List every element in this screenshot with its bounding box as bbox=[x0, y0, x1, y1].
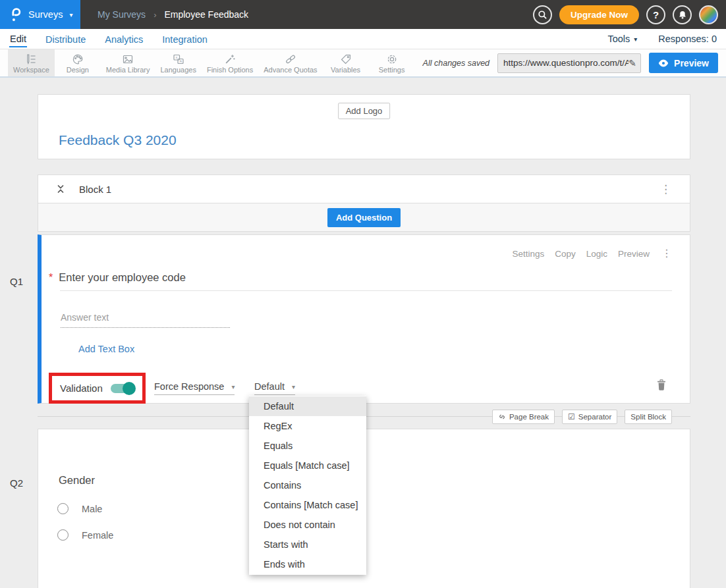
radio-option-female[interactable]: Female bbox=[57, 529, 113, 541]
tab-edit[interactable]: Edit bbox=[9, 30, 27, 47]
breadcrumb-my-surveys[interactable]: My Surveys bbox=[98, 9, 146, 20]
radio-option-male-label: Male bbox=[82, 504, 102, 514]
survey-title[interactable]: Feedback Q3 2020 bbox=[59, 132, 177, 148]
tab-integration[interactable]: Integration bbox=[161, 31, 208, 47]
menu-item-equals[interactable]: Equals bbox=[249, 436, 366, 456]
menu-item-regex[interactable]: RegEx bbox=[249, 416, 366, 436]
page-break-button[interactable]: Page Break bbox=[492, 410, 555, 424]
q1-card: Settings Copy Logic Preview ⋮ * Enter yo… bbox=[38, 234, 690, 404]
block-header: Block 1 ⋮ bbox=[38, 174, 690, 203]
validation-type-dropdown[interactable]: Default ▾ bbox=[254, 381, 295, 395]
toolbar-workspace[interactable]: Workspace bbox=[8, 49, 55, 76]
editor-toolbar: Workspace Design Media Library xA Langua… bbox=[0, 49, 726, 78]
checkbox-icon: ☑ bbox=[568, 412, 575, 421]
toolbar-languages[interactable]: xA Languages bbox=[155, 49, 201, 76]
split-block-button[interactable]: Split Block bbox=[625, 410, 672, 424]
notifications-button[interactable] bbox=[673, 5, 692, 24]
q1-question-text[interactable]: Enter your employee code bbox=[59, 271, 186, 284]
toolbar-variables[interactable]: Variables bbox=[323, 49, 369, 76]
menu-item-ends-with[interactable]: Ends with bbox=[249, 554, 366, 574]
toolbar-media-library-label: Media Library bbox=[106, 66, 150, 74]
nav-right: Tools ▾ Responses: 0 bbox=[607, 34, 717, 44]
toolbar-finish-options[interactable]: Finish Options bbox=[202, 49, 258, 76]
chevron-down-icon: ▾ bbox=[69, 11, 72, 18]
survey-canvas: Q1 Q2 Add Logo Feedback Q3 2020 Block 1 … bbox=[0, 78, 726, 587]
workspace-icon bbox=[25, 53, 37, 65]
answer-text-field[interactable]: Answer text bbox=[61, 312, 230, 328]
settings-link[interactable]: Settings bbox=[512, 249, 544, 259]
toolbar-advance-quotas[interactable]: Advance Quotas bbox=[258, 49, 322, 76]
q2-question-text[interactable]: Gender bbox=[59, 474, 95, 487]
breadcrumb: My Surveys › Employee Feedback bbox=[98, 9, 248, 20]
search-button[interactable] bbox=[533, 5, 552, 24]
translate-icon: xA bbox=[173, 53, 184, 65]
validation-label: Validation bbox=[60, 383, 103, 394]
menu-item-default[interactable]: Default bbox=[249, 396, 366, 416]
separator-button[interactable]: ☑ Separator bbox=[562, 410, 617, 424]
tab-analytics[interactable]: Analytics bbox=[104, 31, 144, 47]
toolbar-design[interactable]: Design bbox=[55, 49, 101, 76]
collapse-block-icon[interactable] bbox=[56, 184, 65, 194]
q1-question-row: * Enter your employee code bbox=[49, 271, 186, 284]
upgrade-button[interactable]: Upgrade Now bbox=[559, 5, 639, 24]
tab-distribute[interactable]: Distribute bbox=[45, 31, 86, 47]
questionpro-logo-icon bbox=[9, 7, 22, 22]
questionpro-survey-editor: Surveys ▾ My Surveys › Employee Feedback… bbox=[0, 0, 726, 588]
copy-link[interactable]: Copy bbox=[555, 249, 576, 259]
product-switcher[interactable]: Surveys ▾ bbox=[0, 0, 80, 29]
menu-item-equals-match-case[interactable]: Equals [Match case] bbox=[249, 456, 366, 475]
broken-link-icon bbox=[498, 413, 506, 421]
palette-icon bbox=[72, 53, 84, 65]
block-menu-icon[interactable]: ⋮ bbox=[660, 184, 671, 195]
toggle-knob bbox=[123, 382, 136, 395]
toolbar-variables-label: Variables bbox=[331, 66, 360, 74]
survey-title-card: Add Logo Feedback Q3 2020 bbox=[38, 94, 690, 159]
preview-link[interactable]: Preview bbox=[618, 249, 650, 259]
logic-link[interactable]: Logic bbox=[586, 249, 607, 259]
chain-link-icon bbox=[285, 53, 296, 65]
toolbar-media-library[interactable]: Media Library bbox=[101, 49, 155, 76]
svg-text:A: A bbox=[179, 59, 182, 63]
menu-item-contains-match-case[interactable]: Contains [Match case] bbox=[249, 495, 366, 515]
toolbar-settings[interactable]: Settings bbox=[369, 49, 415, 76]
separator-label: Separator bbox=[578, 413, 612, 421]
add-logo-button[interactable]: Add Logo bbox=[338, 103, 391, 119]
responses-count[interactable]: Responses: 0 bbox=[658, 34, 717, 44]
add-question-button[interactable]: Add Question bbox=[327, 208, 401, 227]
add-question-row: Add Question bbox=[38, 203, 690, 232]
block-title[interactable]: Block 1 bbox=[79, 184, 111, 195]
page-break-label: Page Break bbox=[509, 413, 549, 421]
edit-url-icon[interactable]: ✎ bbox=[628, 58, 636, 68]
chevron-down-icon: ▾ bbox=[634, 36, 637, 43]
gear-icon bbox=[386, 53, 398, 65]
menu-item-contains[interactable]: Contains bbox=[249, 475, 366, 495]
chevron-down-icon: ▾ bbox=[231, 383, 235, 390]
toolbar-finish-options-label: Finish Options bbox=[207, 66, 253, 74]
avatar[interactable] bbox=[699, 5, 718, 24]
toolbar-languages-label: Languages bbox=[160, 66, 196, 74]
preview-button[interactable]: Preview bbox=[649, 53, 718, 73]
validation-toggle[interactable] bbox=[111, 384, 134, 393]
image-icon bbox=[122, 53, 134, 65]
tools-dropdown[interactable]: Tools ▾ bbox=[607, 34, 637, 44]
radio-option-male[interactable]: Male bbox=[57, 503, 102, 514]
help-button[interactable]: ? bbox=[646, 5, 665, 24]
eye-icon bbox=[658, 59, 669, 67]
breadcrumb-separator-icon: › bbox=[154, 10, 156, 20]
validation-highlight-annotation: Validation bbox=[49, 373, 146, 404]
radio-icon[interactable] bbox=[57, 503, 69, 514]
question-menu-icon[interactable]: ⋮ bbox=[661, 248, 672, 259]
menu-item-starts-with[interactable]: Starts with bbox=[249, 535, 366, 554]
top-header: Surveys ▾ My Surveys › Employee Feedback… bbox=[0, 0, 726, 29]
menu-item-does-not-contain[interactable]: Does not contain bbox=[249, 515, 366, 535]
wand-icon bbox=[224, 53, 236, 65]
radio-icon[interactable] bbox=[57, 529, 69, 541]
section-nav: Edit Distribute Analytics Integration To… bbox=[0, 29, 726, 49]
split-block-label: Split Block bbox=[630, 413, 666, 421]
survey-url-input[interactable] bbox=[503, 58, 628, 68]
force-response-dropdown[interactable]: Force Response ▾ bbox=[154, 381, 235, 395]
force-response-value: Force Response bbox=[154, 381, 224, 392]
question-mark-icon: ? bbox=[653, 9, 659, 20]
delete-question-icon[interactable] bbox=[657, 379, 666, 393]
add-text-box-link[interactable]: Add Text Box bbox=[78, 344, 134, 354]
